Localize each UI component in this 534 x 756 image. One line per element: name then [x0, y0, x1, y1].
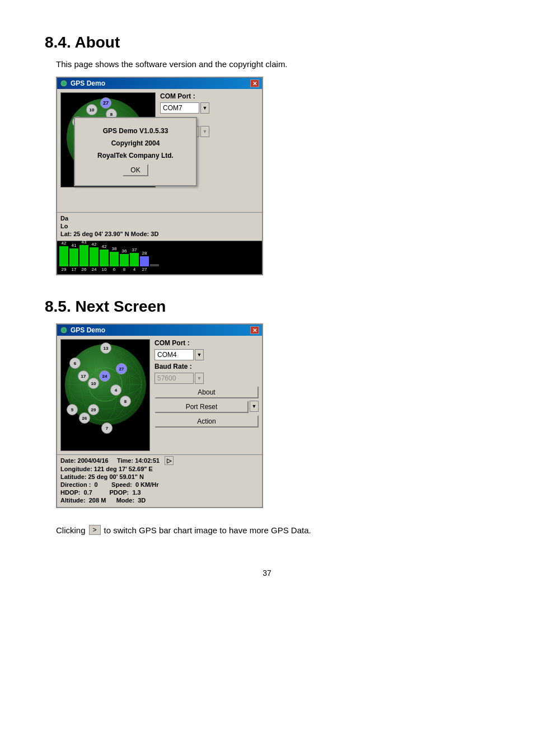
- about-window: GPS Demo ✕ 27: [56, 77, 263, 275]
- switch-button-85[interactable]: ▷: [165, 456, 174, 465]
- date-label: Date:: [60, 457, 76, 464]
- com-port-input-85[interactable]: COM4: [154, 349, 194, 360]
- bar-1: [59, 246, 68, 266]
- pdop-value: 1.3: [132, 489, 140, 496]
- bar-col-5: 42 10: [100, 244, 109, 272]
- status-bar-85: Date: 2004/04/16 Time: 14:02:51 ▷ Longit…: [57, 454, 262, 507]
- status-datetime: Date: 2004/04/16 Time: 14:02:51 ▷: [60, 457, 259, 464]
- about-button-85[interactable]: About: [154, 386, 259, 398]
- about-title-bar: GPS Demo ✕: [57, 78, 262, 89]
- date-value: 2004/04/16: [78, 457, 109, 464]
- port-reset-button-85[interactable]: Port Reset: [154, 401, 249, 413]
- com-port-arrow-84[interactable]: ▼: [200, 102, 209, 114]
- sat85-7: 7: [101, 422, 113, 434]
- sat85-13: 13: [100, 342, 111, 354]
- bar-8: [130, 253, 139, 266]
- sat85-17: 17: [78, 370, 89, 382]
- bar-col-9: 28 27: [140, 251, 149, 272]
- alt-label: Altitude:: [60, 497, 86, 504]
- baud-rate-arrow-84: ▼: [200, 126, 209, 137]
- footnote-btn[interactable]: >: [89, 525, 101, 535]
- bar-6: [110, 252, 119, 266]
- bar-2: [69, 248, 78, 266]
- right-panel-85: COM Port : COM4 ▼ Baud Rate : 57600 ▼ Ab…: [154, 339, 259, 451]
- close-button-84[interactable]: ✕: [250, 79, 259, 87]
- bar-7: [120, 254, 129, 266]
- bar-col-1: 42 29: [59, 241, 68, 272]
- section85-title: 8.5. Next Screen: [45, 298, 489, 316]
- pdop-label: PDOP:: [109, 489, 129, 496]
- sat85-29: 29: [88, 404, 99, 415]
- globe-svg-85: [65, 344, 146, 425]
- com-port-row-85: COM4 ▼: [154, 349, 259, 360]
- section84-title: 8.4. About: [45, 34, 489, 51]
- footnote-text: to switch GPS bar chart image to have mo…: [104, 525, 311, 535]
- about-dialog: GPS Demo V1.0.5.33 Copyright 2004 RoyalT…: [74, 117, 197, 186]
- window-title-84: GPS Demo: [71, 79, 105, 87]
- status-altitude-mode: Altitude: 208 M Mode: 3D: [60, 497, 259, 504]
- baud-rate-input-85: 57600: [154, 373, 194, 384]
- dialog-line1: GPS Demo V1.0.5.33: [84, 127, 187, 135]
- bar-5: [100, 250, 109, 266]
- bar-4: [90, 247, 99, 266]
- sat85-10: 10: [88, 378, 99, 389]
- speed-label: Speed:: [111, 481, 132, 488]
- dialog-line3: RoyalTek Company Ltd.: [84, 152, 187, 159]
- status-latitude: Latitude: 25 deg 00' 59.01" N: [60, 473, 259, 480]
- window-body-85: 13 6 17 10 24 27 4 8 5 29 26 7 COM Port …: [57, 336, 262, 454]
- bar-col-6: 38 6: [110, 246, 119, 272]
- sat85-8: 8: [120, 396, 131, 407]
- bar-3: [79, 245, 88, 266]
- speed-value: 0 KM/Hr: [135, 481, 159, 488]
- dir-value: 0: [95, 481, 98, 488]
- hdop-value: 0.7: [84, 489, 92, 496]
- bar-col-10: [150, 259, 159, 272]
- status-longitude: Longitude: 121 deg 17' 52.69" E: [60, 466, 259, 472]
- dialog-line2: Copyright 2004: [84, 139, 187, 147]
- com-port-row-84: COM7 ▼: [160, 102, 259, 114]
- dialog-ok-button[interactable]: OK: [123, 164, 148, 176]
- window-title-85: GPS Demo: [71, 326, 105, 334]
- bar-col-8: 37 4: [130, 247, 139, 272]
- sat-27: 27: [100, 97, 111, 109]
- bar-col-4: 42 24: [90, 242, 99, 272]
- sat85-24: 24: [99, 370, 110, 382]
- status-lo-84: Lo: [60, 223, 259, 229]
- title-bar-left: GPS Demo: [60, 79, 105, 87]
- status-bar-84: Da Lo Lat: 25 deg 04' 23.90" N Mode: 3D: [57, 212, 262, 241]
- gps-icon-85: [60, 326, 68, 334]
- close-button-85[interactable]: ✕: [250, 326, 259, 334]
- globe-circle-85: [65, 344, 146, 425]
- com-port-label-85: COM Port :: [154, 339, 259, 347]
- sat85-26: 26: [79, 412, 90, 424]
- com-port-arrow-85[interactable]: ▼: [195, 349, 204, 360]
- status-da-84: Da: [60, 215, 259, 222]
- page-number: 37: [45, 569, 489, 577]
- about-window-wrapper: GPS Demo ✕ 27: [45, 77, 252, 275]
- com-port-label-84: COM Port :: [160, 92, 259, 100]
- svg-point-9: [62, 328, 65, 332]
- bar-col-3: 43 26: [79, 240, 88, 272]
- time-label: Time:: [117, 457, 133, 464]
- baud-rate-row-85: 57600 ▼: [154, 373, 259, 384]
- mode-value: 3D: [138, 497, 146, 504]
- bar-10: [150, 264, 159, 266]
- com-port-input-84[interactable]: COM7: [160, 102, 199, 114]
- dir-label: Direction :: [60, 481, 91, 488]
- sat85-27: 27: [116, 363, 127, 374]
- bar-col-2: 41 17: [69, 243, 78, 272]
- bar-9: [140, 256, 149, 266]
- sat85-6: 6: [69, 358, 81, 369]
- alt-value: 208 M: [89, 497, 106, 504]
- action-button-85[interactable]: Action: [154, 415, 259, 428]
- window-body-84: 27 10 8 6 11 24 29 COM Port : COM7 ▼ Bau…: [57, 89, 262, 212]
- hdop-label: HDOP:: [60, 489, 80, 496]
- next-screen-title-bar: GPS Demo ✕: [57, 325, 262, 336]
- footnote: Clicking > to switch GPS bar chart image…: [56, 525, 489, 535]
- section84-description: This page shows the software version and…: [56, 59, 489, 69]
- status-lat-84: Lat: 25 deg 04' 23.90" N Mode: 3D: [60, 231, 259, 237]
- port-reset-arrow-85[interactable]: ▼: [250, 401, 259, 412]
- status-hdop-pdop: HDOP: 0.7 PDOP: 1.3: [60, 489, 259, 496]
- time-value: 14:02:51: [135, 457, 160, 464]
- bar-col-7: 36 8: [120, 248, 129, 272]
